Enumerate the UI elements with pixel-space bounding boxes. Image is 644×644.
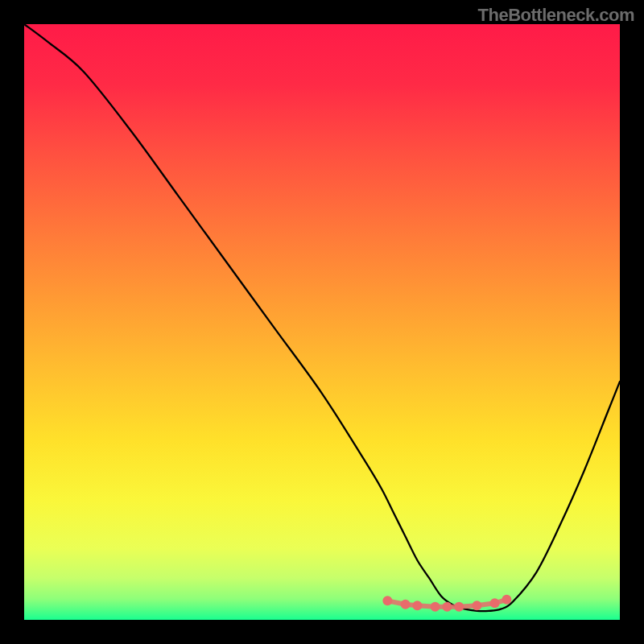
- chart-svg: [24, 24, 620, 620]
- plot-area: [24, 24, 620, 620]
- marker-dot: [412, 601, 422, 610]
- chart-container: TheBottleneck.com: [0, 0, 644, 644]
- marker-dot: [431, 602, 440, 612]
- marker-dot: [401, 600, 411, 609]
- marker-dot: [502, 595, 511, 605]
- marker-dot: [382, 596, 392, 605]
- watermark-label: TheBottleneck.com: [478, 5, 634, 26]
- marker-dot: [490, 598, 500, 608]
- chart-background: [24, 24, 620, 620]
- marker-dot: [472, 601, 481, 610]
- marker-dot: [442, 602, 452, 612]
- marker-dot: [454, 602, 464, 612]
